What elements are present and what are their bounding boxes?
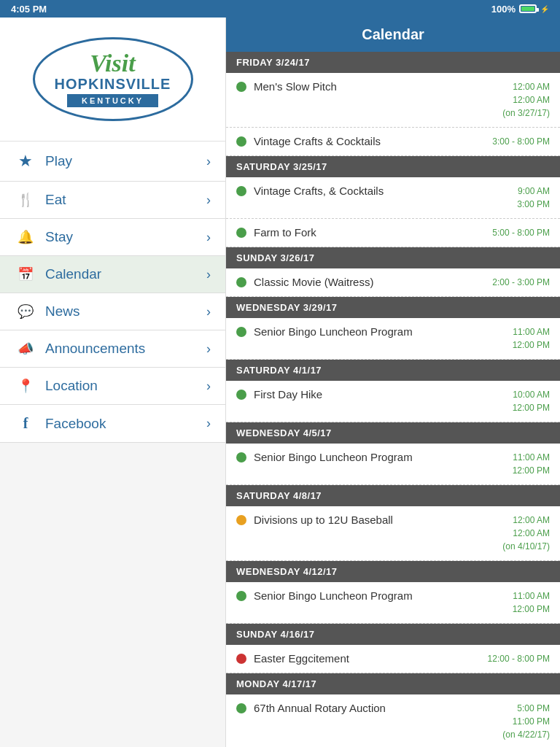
event-name: 67th Annual Rotary Auction [254,702,495,714]
nav-announcements-label: Announcements [45,341,206,357]
logo-visit-text: Visit [90,51,135,76]
event-name: Easter Eggcitement [254,652,481,665]
event-time: 12:00 AM 12:00 AM (on 3/27/17) [502,80,550,120]
event-dot [236,654,246,664]
status-bar: 4:05 PM 100% ⚡ [0,0,560,18]
event-time: 2:00 - 3:00 PM [492,276,550,289]
nav-eat-label: Eat [45,192,206,208]
event-row[interactable]: 67th Annual Rotary Auction5:00 PM 11:00 … [226,694,560,747]
event-name: Vintage Crafts & Cocktails [254,135,485,147]
event-name: Classic Movie (Waitress) [254,276,485,288]
date-header: WEDNESDAY 3/29/17 [226,297,560,318]
event-row[interactable]: Senior Bingo Luncheon Program11:00 AM 12… [226,318,560,360]
date-header: SUNDAY 3/26/17 [226,247,560,268]
date-header: SATURDAY 4/1/17 [226,360,560,381]
fork-icon: 🍴 [15,192,36,208]
sidebar-item-location[interactable]: 📍 Location › [0,368,225,405]
event-name: Senior Bingo Luncheon Program [254,589,505,602]
event-dot [236,591,246,601]
status-right: 100% ⚡ [491,4,549,15]
event-dot [236,327,246,337]
event-dot [236,277,246,287]
date-header: WEDNESDAY 4/12/17 [226,561,560,582]
event-name: Farm to Fork [254,226,485,239]
date-header: SUNDAY 4/16/17 [226,624,560,645]
event-row[interactable]: Classic Movie (Waitress)2:00 - 3:00 PM [226,268,560,297]
chevron-right-icon: › [206,154,211,169]
calendar-header: Calendar [226,18,560,52]
event-time: 11:00 AM 12:00 PM [513,325,550,352]
event-name: Senior Bingo Luncheon Program [254,325,505,338]
event-time: 11:00 AM 12:00 PM [513,451,550,477]
event-time: 12:00 AM 12:00 AM (on 4/10/17) [502,514,550,553]
chevron-right-icon: › [206,379,211,394]
event-row[interactable]: Farm to Fork5:00 - 8:00 PM [226,219,560,247]
nav-play-label: Play [45,153,206,169]
event-time: 10:00 AM 12:00 PM [513,388,550,414]
event-time: 11:00 AM 12:00 PM [513,589,550,616]
event-name: Men's Slow Pitch [254,80,495,93]
logo-oval: Visit HOPKINSVILLE KENTUCKY [33,37,193,121]
event-dot [236,390,246,400]
event-row[interactable]: Vintage Crafts, & Cocktails9:00 AM 3:00 … [226,177,560,219]
lightning-icon: ⚡ [540,5,549,13]
chevron-right-icon: › [206,341,211,357]
event-row[interactable]: Men's Slow Pitch12:00 AM 12:00 AM (on 3/… [226,73,560,128]
chat-icon: 💬 [15,303,36,320]
event-name: First Day Hike [254,388,505,400]
calendar-content[interactable]: FRIDAY 3/24/17Men's Slow Pitch12:00 AM 1… [226,52,560,747]
event-dot [236,136,246,147]
megaphone-icon: 📣 [15,341,36,357]
logo-city-text: HOPKINSVILLE [55,76,171,92]
logo-state-text: KENTUCKY [67,94,158,107]
calendar-title: Calendar [362,26,424,42]
logo-container: Visit HOPKINSVILLE KENTUCKY [33,37,193,121]
event-time: 12:00 - 8:00 PM [488,652,550,665]
sidebar-item-facebook[interactable]: f Facebook › [0,405,225,443]
event-dot [236,186,246,196]
nav-stay-label: Stay [45,229,206,245]
chevron-right-icon: › [206,304,211,320]
event-time: 3:00 - 8:00 PM [492,135,550,148]
battery-percent: 100% [491,4,516,15]
nav-location-label: Location [45,378,206,394]
event-name: Vintage Crafts, & Cocktails [254,185,510,197]
event-name: Senior Bingo Luncheon Program [254,451,505,463]
facebook-icon: f [15,415,36,432]
event-name: Divisions up to 12U Baseball [254,514,495,526]
event-dot [236,82,246,92]
sidebar: Visit HOPKINSVILLE KENTUCKY ★ Play › 🍴 E… [0,18,226,747]
event-row[interactable]: Vintage Crafts & Cocktails3:00 - 8:00 PM [226,128,560,156]
bell-icon: 🔔 [15,229,36,245]
event-dot [236,228,246,238]
sidebar-item-stay[interactable]: 🔔 Stay › [0,219,225,256]
event-row[interactable]: First Day Hike10:00 AM 12:00 PM [226,381,560,422]
event-time: 9:00 AM 3:00 PM [517,185,550,211]
star-icon: ★ [15,152,36,171]
event-dot [236,515,246,525]
event-dot [236,703,246,713]
calendar-panel: Calendar FRIDAY 3/24/17Men's Slow Pitch1… [226,18,560,747]
event-row[interactable]: Senior Bingo Luncheon Program11:00 AM 12… [226,582,560,624]
app-container: Visit HOPKINSVILLE KENTUCKY ★ Play › 🍴 E… [0,18,560,747]
sidebar-item-eat[interactable]: 🍴 Eat › [0,182,225,219]
date-header: WEDNESDAY 4/5/17 [226,422,560,444]
date-header: FRIDAY 3/24/17 [226,52,560,73]
sidebar-item-news[interactable]: 💬 News › [0,293,225,330]
sidebar-item-play[interactable]: ★ Play › [0,142,225,182]
event-time: 5:00 PM 11:00 PM (on 4/22/17) [502,702,550,741]
sidebar-item-announcements[interactable]: 📣 Announcements › [0,330,225,368]
chevron-right-icon: › [206,416,211,431]
sidebar-logo: Visit HOPKINSVILLE KENTUCKY [0,18,225,142]
date-header: SATURDAY 3/25/17 [226,156,560,177]
nav-facebook-label: Facebook [45,416,206,432]
chevron-right-icon: › [206,193,211,208]
event-row[interactable]: Divisions up to 12U Baseball12:00 AM 12:… [226,506,560,561]
event-row[interactable]: Senior Bingo Luncheon Program11:00 AM 12… [226,444,560,485]
nav-news-label: News [45,303,206,320]
sidebar-item-calendar[interactable]: 📅 Calendar › [0,256,225,293]
date-header: MONDAY 4/17/17 [226,673,560,694]
status-time: 4:05 PM [11,4,47,15]
nav-calendar-label: Calendar [45,266,206,282]
event-row[interactable]: Easter Eggcitement12:00 - 8:00 PM [226,645,560,673]
